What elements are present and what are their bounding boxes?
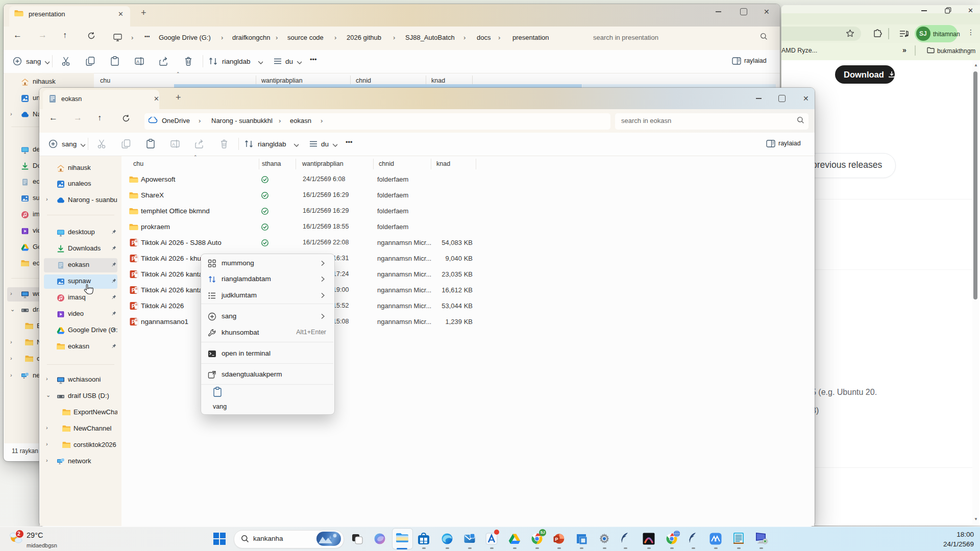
svg-text:P: P: [132, 240, 135, 246]
svg-text:A: A: [172, 142, 175, 147]
svg-text:A: A: [136, 59, 139, 64]
svg-text:P: P: [132, 271, 135, 278]
svg-text:P: P: [132, 287, 135, 293]
svg-text:P: P: [555, 537, 558, 542]
svg-text:P: P: [132, 319, 135, 325]
svg-text:P: P: [132, 256, 135, 262]
svg-text:P: P: [132, 303, 135, 309]
